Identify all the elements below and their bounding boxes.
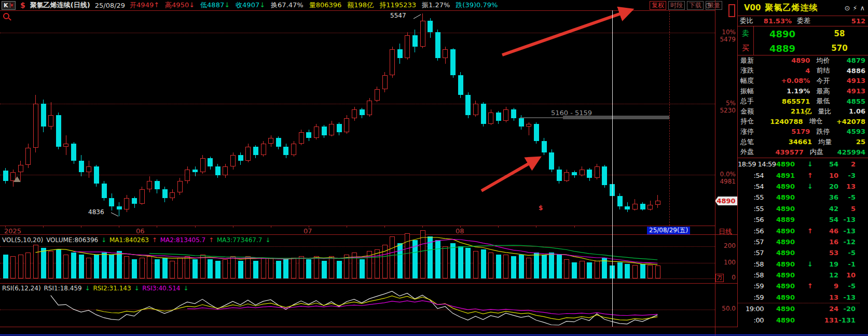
candle — [580, 170, 585, 175]
gridline-5pct — [0, 104, 715, 104]
volume-bar — [542, 255, 547, 279]
candle — [473, 104, 478, 115]
volume-bar — [390, 236, 395, 278]
candle — [33, 104, 38, 148]
price-axis-label: 5479 — [716, 36, 736, 43]
vol-value: VOLUME:806396 — [46, 236, 98, 244]
quote-panel: V00 聚氯乙烯连续 ⊙ ⚡ ∧ 委比 81.53% 委差 512 卖 4890… — [738, 0, 868, 336]
axis-tick — [119, 226, 119, 228]
volume-bar — [208, 259, 213, 278]
quote-field: 量806396 — [309, 1, 342, 10]
rsi3-arrow-icon: ↓ — [183, 285, 188, 292]
quote-field: 换67.47% — [271, 1, 304, 10]
candle — [397, 49, 403, 58]
volume-bar — [405, 233, 410, 278]
candle — [647, 205, 653, 209]
tick-row: :59489013-13 — [738, 292, 860, 303]
volume-bar — [306, 259, 311, 278]
vol-axis-label: 100 — [716, 259, 736, 266]
candle — [595, 166, 600, 178]
candle — [223, 166, 228, 175]
toolbar-button[interactable]: 时段 — [668, 1, 685, 10]
vol-indicator-header[interactable]: VOL(5,10,20) VOLUME:806396 ↓ MA1:840263 … — [2, 236, 271, 244]
toolbar-button[interactable]: 下载 — [687, 1, 704, 10]
month-label: 2025 — [4, 227, 21, 235]
last-date-label: 25/08/29(五) — [647, 227, 690, 234]
k-period-button[interactable]: K▾ — [2, 1, 16, 10]
rsi-indicator-header[interactable]: RSI(6,12,24) RSI1:18.459 ↓ RSI2:31.143 ↓… — [2, 285, 189, 292]
volume-bar — [655, 265, 660, 278]
candle — [602, 166, 607, 185]
axis-tick — [384, 226, 385, 228]
candle — [63, 144, 68, 147]
axis-tick — [81, 226, 81, 228]
candle — [655, 201, 660, 205]
collapse-icon[interactable]: ∧ — [860, 4, 865, 12]
clock-icon[interactable]: ◷ — [704, 1, 712, 9]
range-annotation: 5160 - 5159 — [551, 109, 592, 117]
volume-bar — [549, 253, 554, 278]
candle — [496, 113, 501, 121]
top-bar: K▾ $ 聚氯乙烯连续(日线) 25/08/29 开4949↑高4950↓低48… — [0, 0, 717, 10]
candle — [170, 192, 175, 198]
chevron-down-icon[interactable]: ▾ — [10, 3, 14, 8]
weibi-row: 委比 81.53% 委差 512 — [738, 16, 868, 26]
candle — [245, 147, 251, 161]
volume-bar — [230, 256, 236, 278]
currency-icon: $ — [20, 1, 25, 9]
vol-ma1: MA1:840263 — [109, 236, 149, 244]
candle — [268, 138, 273, 144]
bottom-divider — [0, 327, 738, 327]
vol-gridline-200 — [0, 246, 715, 247]
candle — [352, 109, 357, 118]
volume-bar — [109, 255, 114, 279]
target-icon[interactable]: ⊙ — [844, 4, 850, 12]
quote-field: 开4949↑ — [130, 1, 159, 10]
candle — [488, 113, 493, 124]
volume-bar — [117, 251, 122, 278]
lightning-icon[interactable]: ⚡ — [852, 4, 857, 12]
contract-code: V00 — [744, 3, 761, 12]
pct-axis-label: 0.0% — [716, 171, 736, 178]
quote-panel-header: V00 聚氯乙烯连续 ⊙ ⚡ ∧ — [738, 0, 868, 16]
rsi-pane-divider — [0, 283, 738, 284]
axis-tick — [195, 226, 196, 228]
volume-bar — [245, 256, 251, 278]
vol-gridline-100 — [0, 263, 715, 263]
candle — [542, 141, 547, 152]
tick-row: :564890↑46-13 — [738, 225, 860, 236]
settlement-marker: $ — [539, 204, 543, 212]
candle — [511, 109, 516, 118]
vol-gridline-0 — [0, 278, 715, 279]
tick-list: 18:59 14:594890↓542:544891↑10-3:544890↓2… — [738, 159, 860, 326]
high-price-annotation: 5547 — [390, 12, 406, 19]
toolbar-button[interactable]: 复权 — [650, 1, 666, 10]
candle — [405, 35, 410, 58]
volume-bar — [25, 253, 31, 278]
volume-bar — [71, 253, 76, 278]
candle — [435, 32, 440, 58]
quote-detail-row: 总笔34661均量25 — [738, 137, 868, 147]
quote-field: 收4907↓ — [236, 1, 265, 10]
crosshair-line — [612, 10, 613, 327]
last-price-tag: 4890 — [715, 197, 737, 205]
candle — [382, 75, 388, 90]
volume-bar — [602, 258, 607, 278]
axis-tick — [422, 226, 423, 228]
period-label[interactable]: 日线 — [719, 227, 732, 236]
quote-field: 振1.27% — [422, 1, 450, 10]
pct-axis-label: 5% — [716, 100, 736, 107]
magnifier-icon[interactable] — [3, 13, 9, 19]
volume-bar — [162, 258, 168, 278]
axis-tick — [347, 226, 347, 228]
volume-bar — [587, 262, 592, 278]
tick-row: :544891↑10-3 — [738, 170, 860, 180]
candle — [147, 181, 152, 190]
candle — [56, 115, 61, 147]
vol-pane-divider — [0, 234, 738, 235]
plot-right-margin — [669, 10, 670, 226]
candle — [132, 198, 137, 204]
quote-summary-fields: 开4949↑高4950↓低4887↓收4907↓换67.47%量806396额1… — [130, 1, 498, 10]
rsi1-value: RSI1:18.459 — [44, 285, 82, 292]
candle — [367, 101, 372, 115]
